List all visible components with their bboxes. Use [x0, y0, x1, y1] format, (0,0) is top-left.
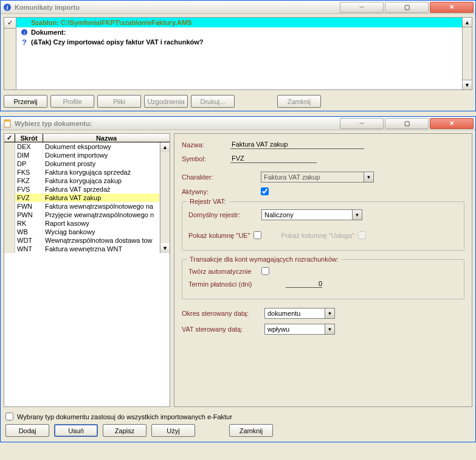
list-item[interactable]: DPDokument prosty — [4, 159, 160, 168]
list-item[interactable]: FKSFaktura korygująca sprzedaż — [4, 168, 160, 176]
save-button[interactable]: Zapisz — [103, 424, 147, 437]
row-check[interactable] — [4, 219, 15, 228]
list-item[interactable]: PWNPrzyjęcie wewnątrzwspólnotowego n — [4, 211, 160, 219]
pokaz-ue-label: Pokaż kolumnę "UE" — [188, 232, 250, 239]
chevron-down-icon[interactable]: ▼ — [364, 172, 374, 183]
chevron-down-icon[interactable]: ▼ — [353, 209, 362, 220]
scroll-up[interactable]: ▲ — [160, 142, 170, 152]
info-icon: i — [18, 29, 31, 36]
titlebar[interactable]: i Komunikaty importu ─ ▢ ✕ — [1, 1, 475, 14]
chevron-down-icon[interactable]: ▼ — [325, 324, 335, 335]
row-nazwa: Dokument prosty — [43, 159, 160, 168]
nazwa-input[interactable] — [230, 140, 364, 149]
scroll-down[interactable]: ▼ — [160, 243, 170, 253]
row-nazwa: Dokument eksportowy — [43, 142, 160, 151]
row-check[interactable] — [4, 159, 15, 168]
check-header[interactable]: ✓ — [4, 18, 16, 29]
row-nazwa: Wewnątrzwspólnotowa dostawa tow — [43, 236, 160, 245]
minimize-button[interactable]: ─ — [340, 118, 384, 129]
row-nazwa: Faktura VAT sprzedaż — [43, 185, 160, 193]
list-item[interactable]: WNTFaktura wewnętrzna WNT — [4, 245, 160, 253]
row-check[interactable] — [4, 185, 15, 193]
domyslny-label: Domyślny rejestr: — [188, 211, 255, 218]
list-item[interactable]: FVZFaktura VAT zakup — [4, 193, 160, 202]
message-row[interactable]: iDokument: — [16, 27, 462, 37]
row-check[interactable] — [4, 245, 15, 253]
list-scrollbar[interactable]: ▲ ▼ — [160, 142, 170, 253]
message-row[interactable]: Szablon: C:\Symfonia\FKPT\szablon\eFaktu… — [16, 18, 462, 27]
domyslny-select[interactable]: Naliczony ▼ — [261, 209, 362, 220]
row-skrot: WDT — [15, 236, 43, 245]
vat-select[interactable]: wpływu ▼ — [264, 324, 335, 335]
close-button-footer[interactable]: Zamknij — [229, 424, 273, 437]
scroll-track[interactable] — [463, 27, 472, 80]
close-button[interactable]: ✕ — [430, 118, 474, 129]
svg-text:?: ? — [22, 38, 27, 46]
row-nazwa: Faktura korygująca sprzedaż — [43, 168, 160, 176]
okres-value: dokumentu — [264, 308, 325, 319]
scroll-down[interactable]: ▼ — [463, 80, 472, 89]
row-skrot: FKZ — [15, 176, 43, 185]
list-item[interactable]: DIMDokument importowy — [4, 151, 160, 159]
profile-button: Profile — [50, 95, 94, 108]
row-check[interactable] — [4, 142, 15, 151]
row-check[interactable] — [4, 202, 15, 211]
pokaz-usluga-checkbox — [358, 231, 366, 239]
charakter-select[interactable]: Faktura VAT zakup ▼ — [261, 172, 374, 183]
aktywny-checkbox[interactable] — [261, 187, 269, 195]
row-nazwa: Przyjęcie wewnątrzwspólnotowego n — [43, 211, 160, 219]
col-nazwa[interactable]: Nazwa — [43, 134, 170, 142]
maximize-button[interactable]: ▢ — [385, 2, 429, 13]
trans-legend: Transakcje dla kont wymagających rozrach… — [187, 256, 341, 263]
row-check[interactable] — [4, 236, 15, 245]
info-icon: i — [2, 2, 12, 12]
row-skrot: DIM — [15, 151, 43, 159]
symbol-input[interactable] — [230, 154, 317, 163]
row-skrot: DP — [15, 159, 43, 168]
row-check[interactable] — [4, 211, 15, 219]
scroll-up[interactable]: ▲ — [463, 18, 472, 27]
row-skrot: WB — [15, 228, 43, 236]
col-check[interactable]: ✓ — [4, 134, 15, 142]
files-button: Pliki — [97, 95, 141, 108]
list-item[interactable]: WBWyciąg bankowy — [4, 228, 160, 236]
tworz-checkbox[interactable] — [261, 267, 269, 275]
add-button[interactable]: Dodaj — [5, 424, 49, 437]
apply-all-checkbox[interactable] — [5, 413, 13, 420]
row-check[interactable] — [4, 228, 15, 236]
message-row[interactable]: ?(&Tak) Czy importować opisy faktur VAT … — [16, 37, 462, 47]
abort-button[interactable]: Przerwij — [4, 95, 47, 108]
minimize-button[interactable]: ─ — [340, 2, 384, 13]
domyslny-value: Naliczony — [261, 209, 353, 220]
delete-button[interactable]: Usuń — [54, 424, 98, 437]
row-skrot: WNT — [15, 245, 43, 253]
vat-label: VAT sterowany datą: — [182, 326, 258, 333]
okres-select[interactable]: dokumentu ▼ — [264, 308, 335, 319]
symbol-label: Symbol: — [182, 155, 224, 162]
maximize-button[interactable]: ▢ — [385, 118, 429, 129]
list-item[interactable]: FVSFaktura VAT sprzedaż — [4, 185, 160, 193]
row-check[interactable] — [4, 151, 15, 159]
list-item[interactable]: FKZFaktura korygująca zakup — [4, 176, 160, 185]
pokaz-ue-checkbox[interactable] — [254, 231, 261, 239]
row-nazwa: Raport kasowy — [43, 219, 160, 228]
row-check[interactable] — [4, 176, 15, 185]
row-nazwa: Faktura VAT zakup — [43, 193, 160, 202]
scrollbar[interactable]: ▲ ▼ — [462, 18, 472, 89]
row-check[interactable] — [4, 168, 15, 176]
list-item[interactable]: FWNFaktura wewnątrzwspólnotowego na — [4, 202, 160, 211]
row-skrot: FVZ — [15, 193, 43, 202]
button-row: Przerwij Profile Pliki Uzgodnienia Druku… — [4, 95, 472, 108]
tworz-label: Twórz automatycznie — [188, 268, 255, 275]
col-skrot[interactable]: Skrót — [15, 134, 43, 142]
list-item[interactable]: DEXDokument eksportowy — [4, 142, 160, 151]
list-item[interactable]: RKRaport kasowy — [4, 219, 160, 228]
use-button[interactable]: Użyj — [151, 424, 195, 437]
row-nazwa: Wyciąg bankowy — [43, 228, 160, 236]
close-button[interactable]: ✕ — [430, 2, 474, 13]
chevron-down-icon[interactable]: ▼ — [325, 308, 335, 319]
list-item[interactable]: WDTWewnątrzwspólnotowa dostawa tow — [4, 236, 160, 245]
termin-input[interactable] — [286, 280, 322, 288]
titlebar[interactable]: Wybierz typ dokumentu: ─ ▢ ✕ — [1, 117, 475, 130]
row-check[interactable] — [4, 193, 15, 202]
